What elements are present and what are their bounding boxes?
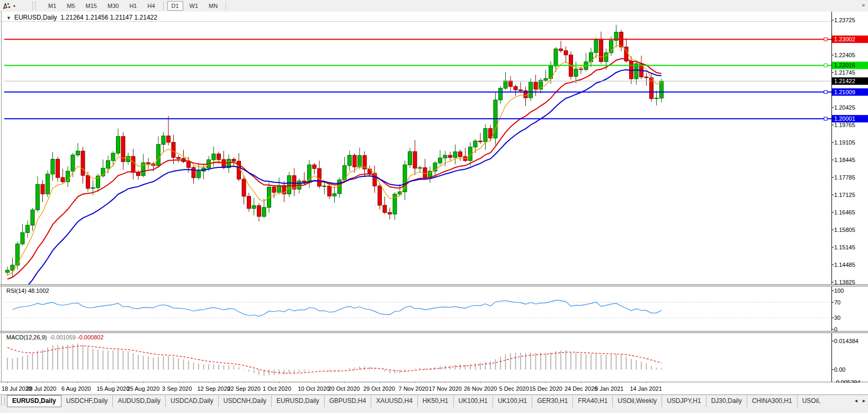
date-tick-label: 7 Nov 2020	[399, 385, 428, 392]
svg-text:0: 0	[834, 326, 837, 333]
chart-tab-usdcad-daily[interactable]: USDCAD,Daily	[165, 396, 218, 407]
svg-text:1.20425: 1.20425	[834, 104, 855, 111]
chart-tab-usdcnh-daily[interactable]: USDCNH,Daily	[218, 396, 271, 407]
chart-tab-hk50-h1[interactable]: HK50,H1	[417, 396, 453, 407]
macd-main-value: -0.001059	[49, 334, 76, 340]
chart-title: ▼EURUSD,Daily 1.21264 1.21456 1.21147 1.…	[6, 14, 157, 21]
tab-scroll-left-icon[interactable]: ◂	[852, 397, 860, 405]
date-tick-label: 3 Sep 2020	[162, 385, 192, 392]
svg-text:1.17785: 1.17785	[834, 174, 855, 181]
date-tick-label: 14 Jan 2021	[630, 385, 663, 392]
date-tick-label: 15 Dec 2020	[530, 385, 562, 392]
chart-tab-eurusd-daily[interactable]: EURUSD,Daily	[7, 395, 61, 407]
svg-text:1.16465: 1.16465	[834, 209, 855, 216]
svg-text:1.23725: 1.23725	[834, 17, 855, 23]
chart-tab-bar: EURUSD,DailyUSDCHF,DailyAUDUSD,DailyUSDC…	[0, 394, 868, 413]
svg-text:1.14485: 1.14485	[834, 262, 855, 268]
svg-text:1.21009: 1.21009	[834, 89, 855, 95]
date-tick-label: 26 Nov 2020	[464, 385, 497, 392]
chart-tab-usoil-weekly[interactable]: USOil,Weekly	[612, 396, 661, 407]
chart-tab-xauusd-h4[interactable]: XAUUSD,H4	[371, 396, 417, 407]
date-tick-label: 1 Oct 2020	[263, 385, 291, 392]
mt4-window: ▾ M1M5M15M30H1H4D1W1MN » 1.237251.224051…	[0, 0, 868, 413]
date-tick-label: 5 Dec 2020	[499, 385, 529, 392]
date-tick-label: 6 Aug 2020	[61, 385, 91, 392]
rsi-indicator-label: RSI(14) 48.1002	[6, 288, 49, 294]
date-tick-label: 24 Dec 2020	[565, 385, 597, 392]
chart-tab-china300-h1[interactable]: CHINA300,H1	[747, 396, 797, 407]
svg-text:1.15805: 1.15805	[834, 227, 855, 233]
price-tag-1.22016: 1.22016	[832, 61, 868, 69]
date-tick-label: 25 Aug 2020	[127, 385, 160, 392]
date-tick-label: 5 Jan 2021	[595, 385, 623, 392]
price-tag-1.20001: 1.20001	[832, 115, 868, 122]
chart-tab-audusd-daily[interactable]: AUDUSD,Daily	[112, 396, 165, 407]
tab-scroll-buttons: ◂ ▸	[852, 395, 868, 406]
tabbar-grip[interactable]	[1, 396, 5, 406]
chart-tab-ger30-h1[interactable]: GER30,H1	[532, 396, 572, 407]
tabs-container: EURUSD,DailyUSDCHF,DailyAUDUSD,DailyUSDC…	[7, 395, 825, 407]
svg-text:1.15145: 1.15145	[834, 244, 855, 250]
date-tick-label: 28 Jul 2020	[26, 385, 57, 392]
svg-text:70: 70	[834, 299, 840, 306]
date-tick-label: 10 Oct 2020	[298, 385, 330, 392]
collapse-chart-icon[interactable]: ▼	[6, 15, 11, 21]
macd-signal-value: -0.000802	[77, 334, 104, 340]
chart-tab-usdjpy-h1[interactable]: USDJPY,H1	[661, 396, 705, 407]
date-axis: 18 Jul 202028 Jul 20206 Aug 202015 Aug 2…	[0, 383, 868, 394]
date-tick-label: 29 Oct 2020	[363, 385, 395, 392]
svg-text:1.22016: 1.22016	[834, 62, 855, 68]
date-tick-label: 20 Oct 2020	[328, 385, 360, 392]
svg-text:0.00: 0.00	[834, 366, 845, 373]
svg-text:1.18445: 1.18445	[834, 157, 855, 163]
svg-text:30: 30	[834, 315, 840, 321]
macd-name: MACD(12,26,9)	[6, 334, 47, 340]
chart-ohlc-values: 1.21264 1.21456 1.21147 1.21422	[60, 14, 157, 21]
chart-tab-fra40-h1[interactable]: FRA40,H1	[572, 396, 612, 407]
svg-text:0.014384: 0.014384	[834, 338, 858, 344]
svg-text:1.21422: 1.21422	[834, 78, 855, 84]
svg-text:1.22405: 1.22405	[834, 52, 855, 58]
svg-text:100: 100	[834, 288, 844, 294]
svg-text:1.19765: 1.19765	[834, 122, 855, 128]
date-tick-label: 12 Sep 2020	[198, 385, 230, 392]
svg-text:1.23002: 1.23002	[834, 36, 855, 42]
current-price-tag: 1.21422	[832, 77, 868, 85]
svg-text:1.19105: 1.19105	[834, 139, 855, 146]
price-tag-1.23002: 1.23002	[832, 35, 868, 43]
chart-tab-eurusd-daily[interactable]: EURUSD,Daily	[271, 396, 324, 407]
svg-text:1.21745: 1.21745	[834, 69, 855, 76]
macd-indicator-label: MACD(12,26,9)-0.001059 -0.000802	[6, 334, 104, 340]
date-tick-label: 22 Sep 2020	[228, 385, 261, 392]
chart-symbol-label: EURUSD,Daily	[14, 14, 57, 21]
tab-scroll-right-icon[interactable]: ▸	[860, 397, 868, 405]
chart-tab-usoil-[interactable]: USOil,	[797, 396, 826, 407]
chart-tab-dj30-daily[interactable]: DJ30,Daily	[706, 396, 747, 407]
date-tick-label: 17 Nov 2020	[429, 385, 462, 392]
date-tick-label: 15 Aug 2020	[97, 385, 130, 392]
price-tag-1.21009: 1.21009	[832, 88, 868, 96]
svg-text:1.17125: 1.17125	[834, 192, 855, 198]
svg-text:1.20001: 1.20001	[834, 115, 855, 122]
chart-tab-uk100-h1[interactable]: UK100,H1	[453, 396, 493, 407]
chart-tab-usdchf-daily[interactable]: USDCHF,Daily	[61, 396, 113, 407]
chart-tab-uk100-h1[interactable]: UK100,H1	[493, 396, 532, 407]
chart-canvas: 1.237251.224051.217451.204251.197651.191…	[0, 0, 868, 394]
chart-tab-gbpusd-h4[interactable]: GBPUSD,H4	[324, 396, 371, 407]
